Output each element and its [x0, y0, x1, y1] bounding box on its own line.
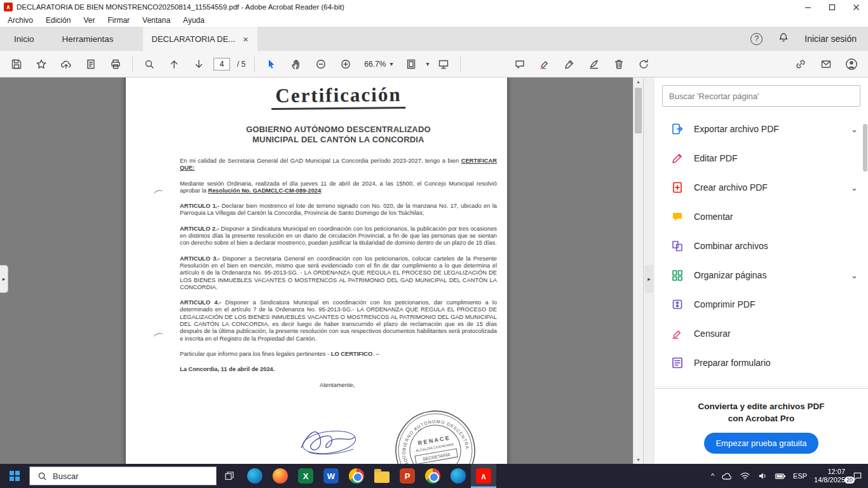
- select-tool-icon[interactable]: [261, 55, 281, 74]
- collapse-tools-panel-handle[interactable]: ▸: [644, 265, 654, 293]
- save-icon[interactable]: [6, 55, 27, 74]
- page-number-input[interactable]: 4: [214, 58, 230, 71]
- scroll-down-icon[interactable]: ▼: [634, 458, 643, 462]
- tool-prepare-form[interactable]: Preparar formulario: [654, 348, 868, 377]
- tool-compress-pdf[interactable]: Comprimir PDF: [654, 290, 868, 319]
- presentation-mode-icon[interactable]: [433, 55, 454, 74]
- send-link-icon[interactable]: [790, 55, 811, 74]
- expand-thumbnails-handle[interactable]: ▸: [0, 265, 8, 293]
- scroll-up-icon[interactable]: ▲: [634, 79, 643, 84]
- tool-edit-pdf[interactable]: Editar PDF: [654, 144, 868, 173]
- chrome-icon[interactable]: [344, 464, 369, 488]
- minimize-button[interactable]: [796, 0, 820, 14]
- comment-icon[interactable]: [510, 55, 530, 74]
- menu-firmar[interactable]: Firmar: [107, 16, 130, 25]
- star-icon[interactable]: [31, 55, 51, 74]
- sign-in-button[interactable]: Iniciar sesión: [804, 34, 857, 44]
- clock-date: 14/8/2025: [814, 476, 845, 485]
- scan-artifact: (: [154, 188, 165, 194]
- zoom-in-icon[interactable]: [336, 55, 356, 74]
- chevron-down-icon[interactable]: ▾: [426, 60, 429, 67]
- start-free-trial-button[interactable]: Empezar prueba gratuita: [704, 433, 818, 454]
- avatar-icon[interactable]: [841, 55, 862, 74]
- tool-export-pdf[interactable]: Exportar archivo PDF ⌄: [654, 114, 868, 144]
- file-explorer-icon[interactable]: [369, 464, 395, 488]
- windows-logo-icon: [10, 471, 20, 481]
- next-page-icon[interactable]: [189, 55, 209, 74]
- word-icon[interactable]: W: [318, 464, 344, 488]
- battery-icon[interactable]: [775, 472, 786, 480]
- highlighter-icon[interactable]: [534, 55, 555, 74]
- menu-ver[interactable]: Ver: [83, 16, 95, 25]
- previous-page-icon[interactable]: [164, 55, 184, 74]
- document-org-header: GOBIERNO AUTÓNOMO DESCENTRALIZADO MUNICI…: [180, 125, 497, 145]
- action-center-icon[interactable]: 20: [852, 471, 863, 482]
- edge-icon[interactable]: [242, 464, 268, 488]
- sign-pen-icon[interactable]: [559, 55, 580, 74]
- zoom-level-dropdown[interactable]: 66.7% ▾: [360, 60, 397, 69]
- taskbar-clock[interactable]: 12:07 14/8/2025: [814, 468, 845, 485]
- onedrive-icon[interactable]: [721, 471, 733, 480]
- tool-combine-files[interactable]: Combinar archivos: [654, 231, 868, 261]
- taskbar-search[interactable]: Buscar: [29, 466, 217, 485]
- fill-sign-icon[interactable]: [584, 55, 604, 74]
- edge-secondary-icon[interactable]: [445, 464, 471, 488]
- close-tab-icon[interactable]: ×: [243, 34, 248, 44]
- maximize-button[interactable]: [820, 0, 844, 14]
- rotate-pages-icon[interactable]: [634, 55, 654, 74]
- menu-edicion[interactable]: Edición: [46, 16, 71, 25]
- chevron-down-icon[interactable]: ⌄: [851, 183, 858, 193]
- menu-archivo[interactable]: Archivo: [8, 16, 33, 25]
- article-4-paragraph: ARTICULO 4.- Disponer a Sindicatura Muni…: [180, 299, 497, 342]
- tool-create-pdf[interactable]: Crear archivo PDF ⌄: [654, 173, 868, 202]
- document-scrollbar[interactable]: ▲ ▼: [633, 78, 643, 464]
- clock-time: 12:07: [814, 468, 845, 477]
- chevron-down-icon[interactable]: ⌄: [851, 271, 858, 280]
- chrome-profile-icon[interactable]: [420, 464, 445, 488]
- excel-icon[interactable]: X: [293, 464, 318, 488]
- delete-pages-icon[interactable]: [609, 55, 629, 74]
- tool-label: Organizar páginas: [694, 270, 766, 280]
- bell-icon[interactable]: [778, 32, 789, 46]
- menu-ayuda[interactable]: Ayuda: [183, 16, 205, 25]
- email-icon[interactable]: [816, 55, 836, 74]
- tool-redact[interactable]: Censurar: [654, 319, 868, 348]
- scrollbar-thumb[interactable]: [635, 88, 642, 133]
- firefox-icon[interactable]: [268, 464, 293, 488]
- tool-organize-pages[interactable]: Organizar páginas ⌄: [654, 261, 868, 290]
- tab-home[interactable]: Inicio: [0, 27, 48, 51]
- tool-comment[interactable]: Comentar: [654, 202, 868, 231]
- article-3-paragraph: ARTICULO 3.- Disponer a Secretaria Gener…: [180, 255, 497, 291]
- chevron-down-icon: ▾: [390, 60, 393, 67]
- wifi-icon[interactable]: [740, 471, 750, 480]
- task-view-icon[interactable]: [217, 464, 242, 488]
- help-icon[interactable]: ?: [750, 33, 763, 45]
- start-button[interactable]: [0, 464, 29, 488]
- page-fit-icon[interactable]: [401, 55, 421, 74]
- export-page-icon[interactable]: [81, 55, 101, 74]
- zoom-level-value: 66.7%: [364, 60, 386, 69]
- share-cloud-icon[interactable]: [56, 55, 76, 74]
- toolbar-separator: [254, 57, 255, 72]
- zoom-out-icon[interactable]: [311, 55, 331, 74]
- document-view-area[interactable]: Certificación GOBIERNO AUTÓNOMO DESCENTR…: [0, 78, 643, 464]
- panel-scrollbar-thumb[interactable]: [863, 124, 867, 172]
- svg-text:SECRETARÍA: SECRETARÍA: [422, 452, 451, 462]
- language-indicator[interactable]: ESP: [793, 472, 807, 480]
- acrobat-icon[interactable]: ∧: [471, 464, 496, 488]
- chevron-down-icon[interactable]: ⌄: [851, 125, 858, 134]
- session-paragraph: Mediante sesión Ordinaria, realizada el …: [180, 180, 497, 195]
- find-icon[interactable]: [139, 55, 159, 74]
- hand-tool-icon[interactable]: [286, 55, 306, 74]
- print-icon[interactable]: [105, 55, 126, 74]
- tab-tools[interactable]: Herramientas: [48, 27, 128, 51]
- tool-label: Preparar formulario: [694, 358, 771, 368]
- tab-document[interactable]: DECLARATORIA DE... ×: [143, 27, 258, 51]
- menu-ventana[interactable]: Ventana: [142, 16, 170, 25]
- close-button[interactable]: [844, 0, 868, 14]
- speaker-icon[interactable]: [757, 471, 768, 480]
- tools-search-input[interactable]: [662, 85, 860, 107]
- closing-paragraph: Particular que informo para los fines le…: [180, 351, 497, 358]
- hidden-icons-chevron[interactable]: ^: [711, 472, 714, 480]
- powerpoint-icon[interactable]: P: [395, 464, 420, 488]
